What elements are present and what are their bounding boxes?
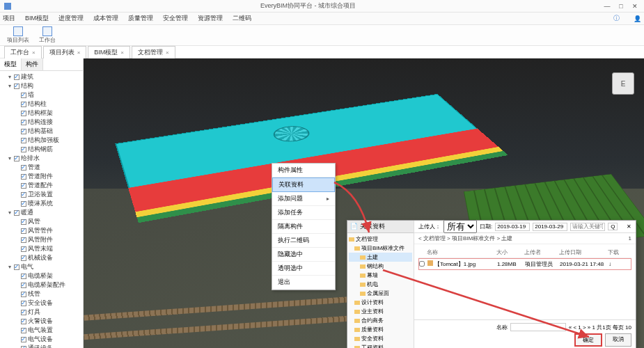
toggle-icon[interactable]: ▾ (7, 83, 13, 89)
tree-node[interactable]: ▾给排水 (1, 154, 81, 163)
toolbar-workspace[interactable]: 工作台 (36, 26, 58, 45)
checkbox[interactable] (21, 93, 26, 98)
col-size[interactable]: 大小 (496, 248, 524, 256)
context-menu-item[interactable]: 关联资料 (272, 177, 335, 192)
checkbox[interactable] (21, 301, 26, 306)
tree-node[interactable]: 结构框架 (1, 109, 81, 118)
folder-node[interactable]: 文档管理 (349, 235, 412, 244)
cancel-button[interactable]: 取消 (605, 333, 631, 347)
file-row[interactable]: 【Tomcat】1.jpg 1.28MB 项目管理员 2019-03-21 17… (418, 258, 631, 270)
toolbar-project-list[interactable]: 项目列表 (4, 26, 32, 45)
menu-qrcode[interactable]: 二维码 (233, 14, 251, 23)
checkbox[interactable] (14, 74, 19, 80)
left-tab-model[interactable]: 模型 (0, 58, 22, 70)
tree-node[interactable]: 结构钢筋 (1, 145, 81, 154)
date-to-input[interactable] (533, 223, 567, 231)
tree-node[interactable]: ▾暖通 (1, 208, 81, 217)
maximize-button[interactable]: □ (616, 3, 626, 10)
folder-node[interactable]: 幕墙 (349, 271, 412, 280)
3d-viewport[interactable]: E N 构件属性关联资料添加问题▸添加任务隔离构件执行二维码隐藏选中透明选中退出… (84, 58, 644, 348)
uploader-select[interactable]: 所有 (443, 220, 477, 233)
keyword-input[interactable] (570, 223, 605, 231)
checkbox[interactable] (21, 147, 26, 152)
checkbox[interactable] (21, 174, 26, 180)
checkbox[interactable] (21, 219, 26, 225)
checkbox[interactable] (21, 165, 26, 171)
checkbox[interactable] (21, 120, 26, 125)
date-from-input[interactable] (495, 223, 530, 231)
tree-node[interactable]: 风管附件 (1, 235, 81, 244)
tree-node[interactable]: 管道配件 (1, 181, 81, 190)
tree-node[interactable]: 墙 (1, 90, 81, 100)
folder-node[interactable]: 质量资料 (349, 325, 412, 334)
checkbox[interactable] (21, 292, 26, 297)
user-icon[interactable]: 👤 (634, 15, 641, 22)
close-icon[interactable]: × (77, 49, 81, 56)
tab-doc-mgmt[interactable]: 文档管理× (132, 46, 175, 58)
close-icon[interactable]: × (166, 49, 169, 56)
ext-input[interactable] (510, 323, 566, 331)
tree-node[interactable]: 卫浴装置 (1, 190, 81, 199)
tree-node[interactable]: 电缆桥架配件 (1, 280, 81, 290)
tree-node[interactable]: 通讯设备 (1, 344, 81, 348)
checkbox[interactable] (21, 310, 26, 315)
folder-node[interactable]: 机电 (349, 280, 412, 289)
col-download[interactable]: 下载 (608, 248, 622, 256)
checkbox[interactable] (14, 210, 19, 216)
tab-project-list[interactable]: 项目列表× (43, 46, 87, 58)
tree-node[interactable]: 电缆桥架 (1, 271, 81, 280)
tree-node[interactable]: 风管管件 (1, 226, 81, 235)
menu-schedule[interactable]: 进度管理 (58, 14, 84, 23)
help-icon[interactable]: ⓘ (613, 14, 620, 23)
checkbox[interactable] (14, 156, 19, 161)
checkbox[interactable] (21, 102, 26, 107)
search-icon[interactable]: Q (608, 223, 618, 230)
tree-node[interactable]: 灯具 (1, 308, 81, 317)
folder-node[interactable]: 设计资料 (349, 298, 412, 307)
dialog-close-icon[interactable]: ✕ (627, 223, 631, 230)
tab-bim-model[interactable]: BIM模型× (88, 46, 130, 58)
tree-node[interactable]: 结构基础 (1, 127, 81, 136)
checkbox[interactable] (21, 255, 26, 261)
tree-node[interactable]: 风管 (1, 217, 81, 226)
ok-button[interactable]: 确定 (574, 333, 602, 347)
checkbox[interactable] (21, 237, 26, 243)
checkbox[interactable] (21, 111, 26, 116)
checkbox[interactable] (14, 264, 19, 270)
left-tab-component[interactable]: 构件 (22, 58, 43, 70)
folder-node[interactable]: 安全资料 (349, 334, 412, 343)
col-uploader[interactable]: 上传者 (524, 248, 559, 256)
tree-node[interactable]: 火警设备 (1, 317, 81, 326)
close-button[interactable]: ✕ (630, 3, 640, 10)
context-menu-item[interactable]: 构件属性 (272, 164, 335, 177)
tree-node[interactable]: ▾电气 (1, 262, 81, 271)
context-menu-item[interactable]: 隔离构件 (272, 220, 335, 234)
menu-bim[interactable]: BIM模型 (25, 14, 49, 23)
close-icon[interactable]: × (120, 49, 124, 56)
tree-node[interactable]: ▾建筑 (1, 72, 81, 81)
tree-node[interactable]: 结构加强板 (1, 136, 81, 145)
tree-node[interactable]: 结构柱 (1, 100, 81, 109)
checkbox[interactable] (21, 228, 26, 234)
tab-workspace[interactable]: 工作台× (4, 46, 42, 58)
pager[interactable]: « < 1 > » 1 共1页 每页 10 (569, 324, 631, 331)
tree-node[interactable]: ▾结构 (1, 81, 81, 90)
view-cube[interactable]: E (612, 72, 634, 95)
toggle-icon[interactable]: ▾ (7, 264, 13, 270)
checkbox[interactable] (14, 84, 19, 89)
menu-project[interactable]: 项目 (3, 14, 15, 23)
tree-node[interactable]: 管道附件 (1, 172, 81, 181)
folder-node[interactable]: 工程资料 (349, 343, 412, 348)
menu-quality[interactable]: 质量管理 (128, 14, 153, 23)
context-menu-item[interactable]: 退出 (272, 276, 335, 290)
checkbox[interactable] (21, 274, 26, 279)
folder-node[interactable]: 项目BIM标准文件 (349, 244, 412, 253)
context-menu-item[interactable]: 执行二维码 (272, 234, 335, 248)
checkbox[interactable] (21, 192, 26, 198)
tree-node[interactable]: 风管末端 (1, 244, 81, 253)
toggle-icon[interactable]: ▾ (7, 155, 13, 161)
toggle-icon[interactable]: ▾ (7, 74, 13, 80)
toggle-icon[interactable]: ▾ (7, 209, 13, 216)
minimize-button[interactable]: — (602, 3, 612, 10)
menu-safety[interactable]: 安全管理 (163, 14, 188, 23)
